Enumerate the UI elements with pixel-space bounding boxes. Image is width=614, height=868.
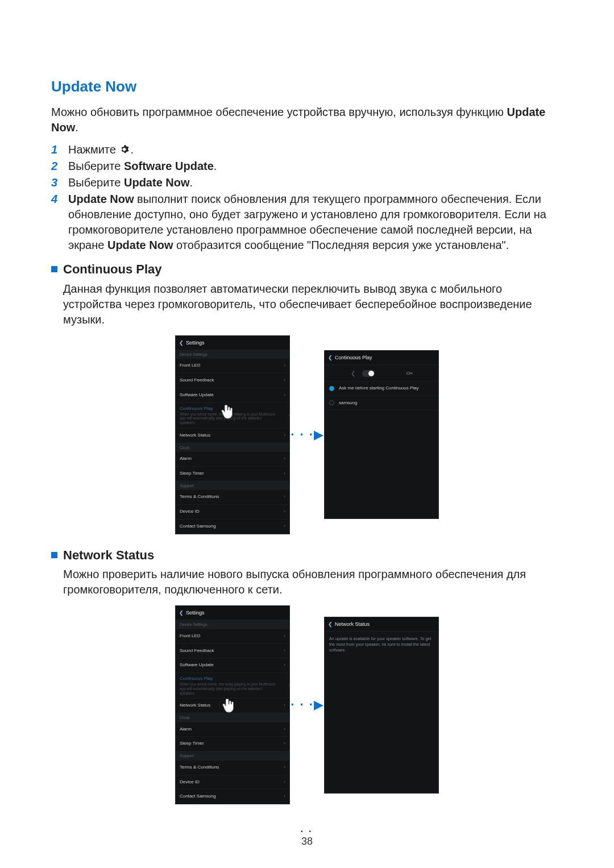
toggle-knob	[368, 371, 374, 376]
row-continuous-play[interactable]: Continuous Play When you arrive home, th…	[176, 403, 289, 429]
chevron-right-icon: ›	[284, 779, 285, 786]
network-status-screenshots: ❮Settings Device Settings Front LED› Sou…	[51, 605, 563, 804]
chevron-right-icon: ›	[284, 726, 285, 733]
row-software-update[interactable]: Software Update›	[176, 658, 289, 673]
section-clock: Clock	[176, 713, 289, 722]
cp-opt1-label: Ask me before starting Continuous Play	[339, 385, 419, 392]
cp-opt2-label: samsung	[339, 400, 357, 406]
software-update-label: Software Update	[180, 392, 214, 398]
step-3-bold: Update Now	[124, 176, 190, 189]
cp-opt1[interactable]: Ask me before starting Continuous Play	[325, 381, 438, 396]
arrow-triangle: ▶	[314, 697, 323, 712]
row-software-update[interactable]: Software Update›	[176, 388, 289, 403]
section-device-settings: Device Settings	[176, 350, 289, 359]
continuous-play-body: Данная функция позволяет автоматически п…	[63, 281, 563, 327]
alarm-label: Alarm	[180, 456, 192, 462]
sleep-timer-label: Sleep Timer	[180, 471, 204, 477]
row-terms[interactable]: Terms & Conditions›	[176, 490, 289, 505]
settings-header[interactable]: ❮Settings	[176, 336, 289, 350]
row-network-status[interactable]: Network Status›	[176, 429, 289, 443]
row-network-status[interactable]: Network Status›	[176, 699, 289, 713]
back-icon[interactable]: ❮	[179, 609, 184, 616]
continuous-play-desc: When you arrive home, the song playing i…	[180, 412, 285, 425]
row-alarm[interactable]: Alarm›	[176, 722, 289, 737]
back-icon[interactable]: ❮	[328, 621, 333, 628]
row-continuous-play[interactable]: Continuous Play When you arrive home, th…	[176, 673, 289, 699]
ns-header[interactable]: ❮Network Status	[325, 617, 438, 632]
row-sound-feedback[interactable]: Sound Feedback›	[176, 644, 289, 659]
row-device-id[interactable]: Device ID›	[176, 505, 289, 520]
software-update-label: Software Update	[180, 662, 214, 668]
cp-header[interactable]: ❮Continuous Play	[325, 351, 438, 365]
chevron-right-icon: ›	[284, 741, 285, 747]
contact-label: Contact Samsung	[180, 794, 216, 800]
chevron-right-icon: ›	[284, 377, 285, 384]
step-2-number: 2	[51, 159, 68, 174]
chevron-right-icon: ›	[284, 524, 285, 530]
row-sleep-timer[interactable]: Sleep Timer›	[176, 467, 289, 481]
chevron-right-icon: ›	[284, 392, 285, 398]
row-sound-feedback[interactable]: Sound Feedback›	[176, 373, 289, 388]
front-led-label: Front LED	[180, 363, 200, 369]
step-1-suffix: .	[130, 143, 134, 156]
toggle-label: On	[406, 371, 413, 377]
step-3-number: 3	[51, 175, 68, 190]
continuous-play-title: Continuous Play	[180, 406, 285, 412]
chevron-right-icon: ›	[284, 494, 285, 500]
step-4-bold1: Update Now	[68, 193, 134, 205]
front-led-label: Front LED	[180, 633, 200, 639]
subheading-network-label: Network Status	[63, 547, 154, 564]
subheading-continuous-label: Continuous Play	[63, 261, 162, 278]
terms-label: Terms & Conditions	[180, 765, 219, 771]
sleep-timer-label: Sleep Timer	[180, 741, 204, 747]
cp-opt2[interactable]: samsung	[325, 396, 438, 411]
settings-title: Settings	[186, 609, 205, 616]
page-footer: • • 38	[0, 828, 614, 848]
row-terms[interactable]: Terms & Conditions›	[176, 761, 289, 775]
toggle-switch[interactable]	[362, 370, 375, 377]
terms-label: Terms & Conditions	[180, 494, 219, 500]
row-sleep-timer[interactable]: Sleep Timer›	[176, 737, 289, 751]
row-device-id[interactable]: Device ID›	[176, 775, 289, 790]
row-contact[interactable]: Contact Samsung›	[176, 520, 289, 534]
section-support: Support	[176, 751, 289, 760]
arrow-icon: · · ·▶	[290, 426, 324, 443]
network-status-label: Network Status	[180, 433, 210, 439]
chevron-right-icon: ›	[284, 471, 285, 477]
back-icon[interactable]: ❮	[179, 339, 184, 346]
section-support: Support	[176, 481, 289, 490]
step-1-text: Нажмите	[68, 143, 119, 156]
chevron-right-icon: ›	[284, 765, 285, 771]
gear-icon	[119, 143, 130, 156]
steps-list: 1 Нажмите . 2 Выберите Software Update. …	[51, 142, 563, 253]
back-icon[interactable]: ❮	[328, 354, 333, 361]
row-alarm[interactable]: Alarm›	[176, 452, 289, 467]
settings-screenshot-2: ❮Settings Device Settings Front LED› Sou…	[175, 605, 290, 804]
step-4-mid2: отобразится сообщение "Последняя версия …	[173, 239, 509, 251]
step-3-suffix: .	[190, 176, 193, 189]
bullet-icon	[51, 552, 57, 558]
step-2-suffix: .	[214, 160, 217, 172]
intro-prefix: Можно обновить программное обеспечение у…	[51, 106, 507, 118]
bullet-icon	[51, 266, 57, 272]
arrow-dots: · · ·	[291, 427, 314, 442]
settings-header[interactable]: ❮Settings	[176, 606, 289, 620]
continuous-play-desc: When you arrive home, the song playing i…	[180, 682, 285, 695]
row-front-led[interactable]: Front LED›	[176, 359, 289, 373]
chevron-right-icon: ›	[284, 703, 285, 709]
cp-title: Continuous Play	[335, 354, 372, 361]
subheading-network-status: Network Status	[51, 547, 563, 564]
alarm-label: Alarm	[180, 726, 192, 733]
sound-feedback-label: Sound Feedback	[180, 648, 214, 654]
chevron-right-icon: ›	[284, 363, 285, 369]
radio-off-icon	[329, 400, 334, 405]
row-contact[interactable]: Contact Samsung›	[176, 790, 289, 804]
continuous-play-screenshots: ❮Settings Device Settings Front LED› Sou…	[51, 335, 563, 534]
arrow-dots: · · ·	[291, 697, 314, 712]
chevron-right-icon: ›	[289, 683, 290, 688]
cp-toggle-row[interactable]: ❮ On	[325, 365, 438, 381]
step-1: 1 Нажмите .	[51, 142, 563, 157]
network-status-body: Можно проверить наличие нового выпуска о…	[63, 567, 563, 597]
row-front-led[interactable]: Front LED›	[176, 629, 289, 644]
step-2: 2 Выберите Software Update.	[51, 159, 563, 174]
